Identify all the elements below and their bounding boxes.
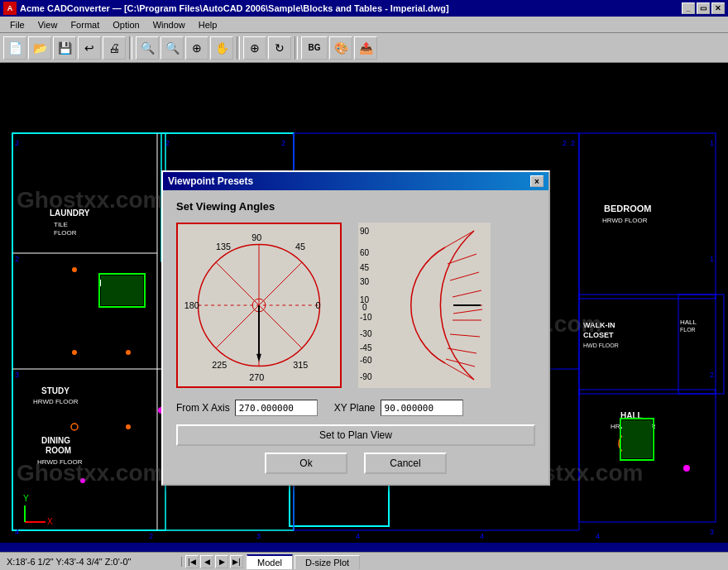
menu-help[interactable]: Help	[192, 18, 224, 31]
xy-plane-group: XY Plane	[334, 400, 463, 416]
undo-btn[interactable]: ↩	[78, 36, 101, 60]
menu-view[interactable]: View	[31, 18, 65, 31]
input-row: From X Axis XY Plane	[176, 400, 535, 416]
zoom-extent-btn[interactable]: ⊕	[243, 36, 266, 60]
xy-plane-input[interactable]	[381, 400, 463, 416]
svg-text:180: 180	[184, 300, 199, 310]
app-title: Acme CADConverter — [C:\Program Files\Au…	[20, 3, 682, 13]
nav-next-btn[interactable]: ▶	[215, 555, 228, 568]
svg-text:2: 2	[15, 255, 19, 263]
diagrams-row: 90 135 45 180 0 225 270 315	[176, 223, 535, 388]
pan-btn[interactable]: ✋	[210, 36, 233, 60]
minimize-btn[interactable]: _	[682, 2, 695, 14]
set-plan-view-btn[interactable]: Set to Plan View	[176, 424, 535, 446]
from-x-axis-group: From X Axis	[176, 400, 318, 416]
svg-text:-30: -30	[360, 329, 372, 338]
svg-text:4: 4	[596, 532, 600, 540]
menu-option[interactable]: Option	[106, 18, 146, 31]
nav-end-btn[interactable]: ▶|	[230, 555, 243, 568]
svg-text:0: 0	[316, 300, 321, 310]
svg-text:ROOM: ROOM	[46, 446, 71, 455]
svg-rect-61	[101, 275, 143, 305]
svg-text:90: 90	[251, 232, 261, 242]
cancel-btn[interactable]: Cancel	[364, 453, 447, 474]
dialog-title: Viewpoint Presets	[168, 175, 253, 187]
svg-text:45: 45	[295, 242, 305, 251]
zoom-out-btn[interactable]: 🔍	[160, 36, 184, 60]
svg-text:225: 225	[212, 360, 227, 370]
svg-line-98	[450, 334, 480, 337]
separator-1	[129, 36, 132, 60]
svg-text:HRWD FLOOR: HRWD FLOOR	[33, 398, 79, 405]
menu-format[interactable]: Format	[64, 18, 106, 31]
open-btn[interactable]: 📂	[28, 36, 51, 60]
tab-model[interactable]: Model	[247, 554, 293, 569]
svg-line-94	[453, 290, 481, 297]
svg-point-50	[126, 424, 131, 429]
svg-text:0: 0	[362, 303, 367, 312]
svg-text:WALK-IN: WALK-IN	[583, 321, 615, 329]
save-btn[interactable]: 💾	[53, 36, 76, 60]
menu-file[interactable]: File	[3, 18, 31, 31]
arc-svg: 90 60 45 30 10 0 -10 -30 -45 -60 -90	[358, 223, 491, 388]
svg-point-53	[72, 267, 77, 272]
dialog-content: Set Viewing Angles	[163, 190, 548, 484]
ok-btn[interactable]: Ok	[265, 453, 347, 474]
menu-bar: File View Format Option Window Help	[0, 17, 728, 33]
svg-text:BEDROOM: BEDROOM	[604, 204, 651, 213]
cad-area: Ghostxx.com Ghostxx.com Ghostxx.com Ghos…	[0, 63, 728, 543]
regen-btn[interactable]: ↻	[268, 36, 291, 60]
svg-text:135: 135	[216, 242, 231, 251]
svg-text:2: 2	[149, 532, 153, 540]
nav-prev-btn[interactable]: ◀	[200, 555, 213, 568]
from-x-axis-label: From X Axis	[176, 402, 230, 414]
zoom-in-btn[interactable]: 🔍	[136, 36, 159, 60]
svg-text:3: 3	[15, 371, 19, 379]
svg-line-91	[445, 231, 474, 247]
svg-text:2: 2	[281, 139, 285, 147]
svg-line-95	[453, 309, 482, 314]
svg-marker-82	[256, 354, 261, 362]
nav-start-btn[interactable]: |◀	[185, 555, 199, 568]
bg-btn[interactable]: BG	[301, 36, 328, 60]
svg-point-51	[72, 350, 77, 355]
tab-dsize-plot[interactable]: D-size Plot	[295, 555, 360, 569]
window-controls: _ ▭ ✕	[682, 2, 725, 14]
render-btn[interactable]: 🎨	[329, 36, 352, 60]
separator-2	[237, 36, 240, 60]
svg-text:30: 30	[360, 277, 370, 286]
print-btn[interactable]: 🖨	[103, 36, 126, 60]
svg-text:2: 2	[710, 371, 714, 379]
svg-text:2: 2	[165, 139, 170, 147]
svg-text:Y: Y	[23, 494, 29, 503]
restore-btn[interactable]: ▭	[697, 2, 710, 14]
svg-text:HRWD FLOOR: HRWD FLOOR	[602, 217, 648, 224]
circle-diagram[interactable]: 90 135 45 180 0 225 270 315	[176, 223, 342, 388]
svg-text:1: 1	[710, 255, 714, 263]
dialog-titlebar: Viewpoint Presets ×	[163, 172, 548, 190]
svg-line-101	[445, 363, 474, 380]
svg-text:1: 1	[710, 139, 714, 147]
svg-text:STUDY: STUDY	[41, 386, 69, 395]
svg-text:2: 2	[15, 139, 19, 147]
buttons-row: Ok Cancel	[176, 453, 535, 474]
from-x-axis-input[interactable]	[235, 400, 318, 416]
svg-text:60: 60	[360, 248, 370, 257]
new-btn[interactable]: 📄	[3, 36, 26, 60]
svg-point-59	[683, 465, 690, 472]
arc-diagram[interactable]: 90 60 45 30 10 0 -10 -30 -45 -60 -90	[358, 223, 491, 388]
close-btn[interactable]: ✕	[711, 2, 725, 14]
circle-svg: 90 135 45 180 0 225 270 315	[178, 223, 340, 388]
export-btn[interactable]: 📤	[354, 36, 377, 60]
svg-text:-60: -60	[360, 356, 372, 365]
svg-text:HWD FLOOR: HWD FLOOR	[583, 342, 619, 348]
svg-text:HRWD FLOOR: HRWD FLOOR	[37, 458, 83, 466]
svg-text:4: 4	[15, 528, 19, 536]
zoom-window-btn[interactable]: ⊕	[185, 36, 208, 60]
svg-text:DINING: DINING	[41, 436, 70, 445]
svg-text:4: 4	[356, 532, 360, 540]
svg-text:FLOR: FLOR	[680, 327, 696, 333]
dialog-close-btn[interactable]: ×	[530, 175, 544, 187]
svg-text:90: 90	[360, 227, 370, 236]
menu-window[interactable]: Window	[146, 18, 192, 31]
